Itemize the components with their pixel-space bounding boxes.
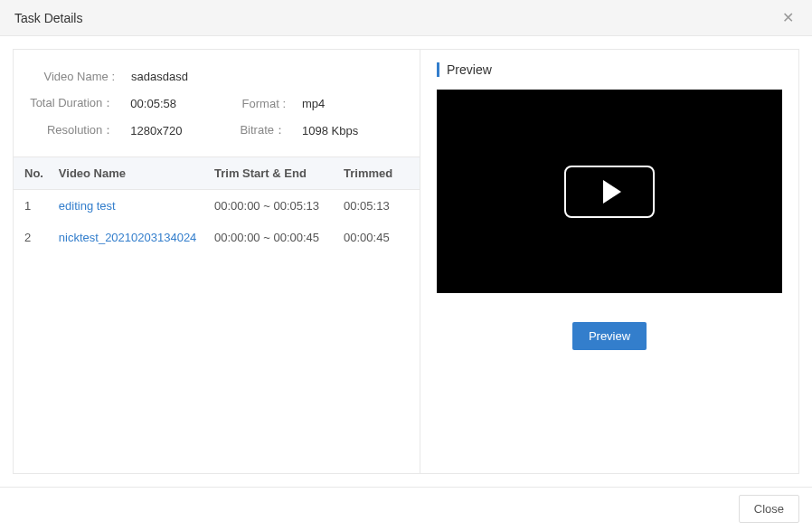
clips-table: No. Video Name Trim Start & End Trimmed … bbox=[14, 156, 420, 253]
col-name-header: Video Name bbox=[52, 157, 207, 190]
info-block: Video Name : sadasdasd Total Duration： 0… bbox=[14, 50, 420, 156]
cell-trim: 00:00:00 ~ 00:05:13 bbox=[207, 190, 336, 223]
content-frame: Video Name : sadasdasd Total Duration： 0… bbox=[13, 49, 799, 474]
left-panel: Video Name : sadasdasd Total Duration： 0… bbox=[14, 50, 420, 473]
dialog-body: Video Name : sadasdasd Total Duration： 0… bbox=[0, 36, 812, 487]
info-row-duration-format: Total Duration： 00:05:58 Format : mp4 bbox=[23, 90, 411, 117]
video-name-value: sadasdasd bbox=[131, 70, 240, 83]
video-player[interactable] bbox=[437, 90, 782, 293]
right-panel: Preview Preview bbox=[420, 50, 798, 473]
table-row: 1 editing test 00:00:00 ~ 00:05:13 00:05… bbox=[14, 190, 420, 223]
total-duration-value: 00:05:58 bbox=[130, 97, 239, 110]
format-label: Format : bbox=[239, 97, 302, 110]
dialog-title: Task Details bbox=[14, 11, 82, 25]
col-trimmed-header: Trimmed bbox=[336, 157, 420, 190]
cell-no: 2 bbox=[14, 222, 52, 253]
cell-trim: 00:00:00 ~ 00:00:45 bbox=[207, 222, 336, 253]
cell-trimmed: 00:05:13 bbox=[336, 190, 420, 223]
bitrate-label: Bitrate： bbox=[239, 122, 302, 138]
dialog-footer: Close bbox=[0, 487, 812, 530]
total-duration-label: Total Duration： bbox=[23, 95, 130, 111]
dialog-header: Task Details ✕ bbox=[0, 0, 812, 36]
close-icon[interactable]: ✕ bbox=[779, 9, 798, 26]
preview-button[interactable]: Preview bbox=[572, 322, 647, 350]
preview-button-row: Preview bbox=[437, 322, 782, 350]
preview-title: Preview bbox=[437, 62, 782, 77]
cell-trimmed: 00:00:45 bbox=[336, 222, 420, 253]
bitrate-value: 1098 Kbps bbox=[302, 124, 411, 137]
info-row-videoname: Video Name : sadasdasd bbox=[23, 62, 411, 90]
play-button[interactable] bbox=[564, 166, 655, 218]
play-icon bbox=[603, 180, 621, 204]
info-row-resolution-bitrate: Resolution： 1280x720 Bitrate： 1098 Kbps bbox=[23, 117, 411, 144]
clip-link[interactable]: editing test bbox=[59, 199, 116, 213]
table-row: 2 nicktest_20210203134024 00:00:00 ~ 00:… bbox=[14, 222, 420, 253]
close-button[interactable]: Close bbox=[739, 495, 799, 523]
video-name-label: Video Name : bbox=[23, 70, 131, 83]
resolution-label: Resolution： bbox=[23, 122, 130, 138]
format-value: mp4 bbox=[302, 97, 411, 110]
clip-link[interactable]: nicktest_20210203134024 bbox=[59, 231, 197, 244]
col-trim-header: Trim Start & End bbox=[207, 157, 336, 190]
cell-no: 1 bbox=[14, 190, 52, 223]
col-no-header: No. bbox=[14, 157, 52, 190]
resolution-value: 1280x720 bbox=[130, 124, 239, 137]
table-header-row: No. Video Name Trim Start & End Trimmed bbox=[14, 157, 420, 190]
